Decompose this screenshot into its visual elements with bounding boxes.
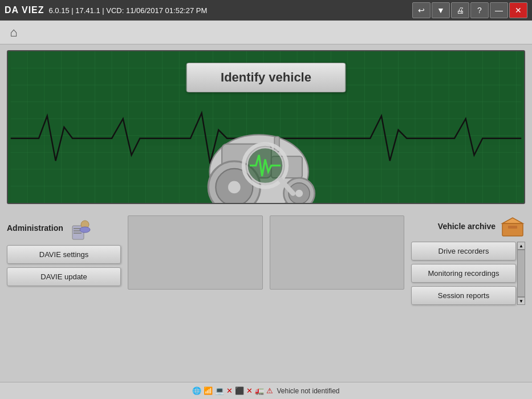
home-bar: ⌂ — [0, 21, 532, 44]
svg-rect-56 — [74, 233, 82, 234]
back-button[interactable]: ↩ — [412, 2, 431, 18]
admin-icon — [68, 215, 93, 241]
warning-icon: ⚠ — [266, 386, 273, 395]
signal-icon: 📶 — [204, 386, 213, 395]
svg-rect-55 — [74, 230, 80, 231]
print-button[interactable]: 🖨 — [451, 2, 469, 18]
scroll-up-arrow[interactable]: ▲ — [517, 242, 525, 250]
placeholder-panel-2 — [270, 215, 405, 290]
truck-icon: 🚛 — [255, 386, 264, 395]
svg-rect-59 — [502, 223, 523, 236]
status-bar: 🌐 📶 💻 ✕ ⬛ ✕ 🚛 ⚠ Vehicle not identified — [0, 382, 532, 399]
title-bar-buttons: ↩ ▼ 🖨 ? — ✕ — [412, 2, 527, 18]
bottom-area: Administration DAVIE settings DAVIE upda… — [0, 210, 532, 311]
help-button[interactable]: ? — [470, 2, 489, 18]
identify-vehicle-button[interactable]: Identify vehicle — [186, 63, 346, 92]
archive-with-scroll: Drive recorders Monitoring recordings Se… — [411, 242, 525, 305]
admin-section: Administration DAVIE settings DAVIE upda… — [7, 215, 121, 286]
svg-marker-60 — [502, 218, 523, 223]
archive-scrollbar[interactable]: ▲ ▼ — [517, 242, 525, 305]
home-icon[interactable]: ⌂ — [6, 25, 22, 40]
placeholder-panels — [128, 215, 404, 290]
computer-icon: 💻 — [215, 386, 224, 395]
logo: DA VIEZ — [5, 5, 44, 15]
dropdown-button[interactable]: ▼ — [432, 2, 450, 18]
svg-point-58 — [80, 227, 90, 233]
svg-point-47 — [295, 190, 303, 197]
davie-update-button[interactable]: DAVIE update — [7, 267, 121, 286]
version-info: 6.0.15 | 17.41.1 | VCD: 11/06/2017 01:52… — [49, 6, 208, 15]
archive-icon — [500, 215, 525, 237]
archive-title: Vehicle archive — [438, 222, 496, 231]
close-button[interactable]: ✕ — [509, 2, 527, 18]
archive-section: Vehicle archive Drive recorders Monitori… — [411, 215, 525, 305]
admin-buttons: DAVIE settings DAVIE update — [7, 245, 121, 286]
placeholder-panel-1 — [128, 215, 263, 290]
drive-recorders-button[interactable]: Drive recorders — [411, 242, 516, 260]
box-icon: ⬛ — [235, 386, 244, 395]
error-x-icon-1: ✕ — [226, 386, 233, 395]
status-message: Vehicle not identified — [277, 387, 339, 395]
error-x-icon-2: ✕ — [246, 386, 253, 395]
scroll-down-arrow[interactable]: ▼ — [517, 297, 525, 305]
davie-settings-button[interactable]: DAVIE settings — [7, 245, 121, 264]
session-reports-button[interactable]: Session reports — [411, 286, 516, 305]
globe-icon: 🌐 — [192, 386, 201, 395]
monitoring-recordings-button[interactable]: Monitoring recordings — [411, 264, 516, 283]
title-bar-left: DA VIEZ 6.0.15 | 17.41.1 | VCD: 11/06/20… — [5, 5, 207, 15]
admin-header: Administration — [7, 215, 121, 241]
archive-header: Vehicle archive — [411, 215, 525, 237]
hero-panel: Identify vehicle — [7, 50, 525, 204]
minimize-button[interactable]: — — [490, 2, 508, 18]
status-icons: 🌐 📶 💻 ✕ ⬛ ✕ 🚛 ⚠ — [192, 386, 273, 395]
admin-title: Administration — [7, 223, 63, 233]
archive-buttons: Drive recorders Monitoring recordings Se… — [411, 242, 516, 305]
svg-rect-61 — [508, 226, 517, 229]
svg-point-44 — [228, 181, 241, 194]
title-bar: DA VIEZ 6.0.15 | 17.41.1 | VCD: 11/06/20… — [0, 0, 532, 21]
